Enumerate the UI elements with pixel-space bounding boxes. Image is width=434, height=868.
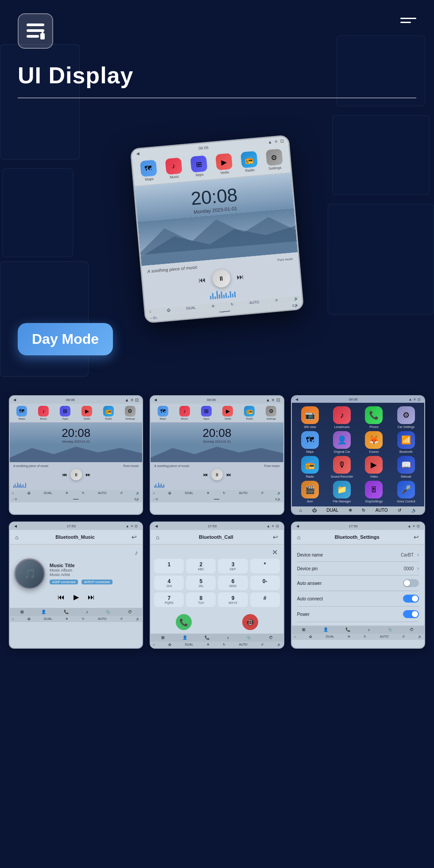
bt-music-note-icon: ♪ (14, 549, 138, 556)
end-call-button[interactable]: 📵 (242, 614, 258, 630)
bt-play-button[interactable]: ▶ (74, 593, 79, 601)
card2-nav-settings[interactable]: ⚙ Settings (261, 406, 281, 420)
app-manual[interactable]: 📖 Manual (391, 456, 421, 478)
dial-5[interactable]: 5JKL (186, 576, 216, 590)
app-radio[interactable]: 📻 Radio (295, 456, 325, 478)
card2-music: A soothing piece of music Pure music ⏮ ⏸… (151, 462, 283, 490)
dial-8[interactable]: 8TUV (186, 592, 216, 607)
dial-0[interactable]: 0- (250, 576, 280, 590)
app-video[interactable]: ▶ Video (359, 456, 388, 478)
card1-waveform (13, 482, 139, 488)
card2-nav-maps[interactable]: 🗺 Maps (153, 406, 173, 420)
power-toggle[interactable] (403, 610, 419, 618)
pause-button[interactable]: ⏸ (212, 269, 231, 288)
card2-nav-music[interactable]: ♪ Music (174, 406, 194, 420)
app-kuwoo[interactable]: 🦊 Kuwoo (359, 431, 388, 453)
bt-settings-home-icon[interactable]: ⌂ (297, 534, 301, 541)
svg-rect-4 (42, 32, 43, 34)
nav-settings[interactable]: ⚙ Settings (263, 148, 286, 171)
day-mode-badge: Day Mode (18, 323, 113, 355)
card1-next[interactable]: ⏭ (85, 472, 90, 477)
next-button[interactable]: ⏭ (236, 272, 244, 281)
setting-power: Power (297, 607, 419, 622)
dial-star[interactable]: * (250, 559, 280, 573)
card1-nav-vedio[interactable]: ▶ Vedio (77, 406, 97, 420)
card2-nav-radio[interactable]: 📻 Radio (240, 406, 260, 420)
nav-apps[interactable]: ⊞ Apps (187, 155, 211, 178)
card1-nav-settings[interactable]: ⚙ Settings (120, 406, 140, 420)
bt-call-back[interactable]: ↩ (273, 533, 278, 541)
bt-call-topbar: ◀ 17:53 ▲≡⊡ (151, 522, 283, 530)
card1-music: A soothing piece of music Pure music ⏮ ⏸… (10, 462, 142, 490)
bt-music-back[interactable]: ↩ (132, 533, 137, 541)
nav-vedio[interactable]: ▶ Vedio (212, 153, 236, 175)
dial-1[interactable]: 1 (154, 559, 184, 573)
dial-4[interactable]: 4GHI (154, 576, 184, 590)
card1-prev[interactable]: ⏮ (62, 472, 67, 477)
dialer-close[interactable]: ✕ (154, 548, 279, 557)
card2-prev[interactable]: ⏮ (203, 472, 208, 477)
bt-call-bottom: ⊞👤📞♪📎⏱ (151, 634, 283, 642)
svg-marker-10 (10, 447, 142, 462)
nav-maps[interactable]: 🗺 Maps (137, 160, 160, 182)
auto-answer-toggle[interactable] (403, 579, 419, 587)
card2-next[interactable]: ⏭ (226, 472, 231, 477)
card1-controls: ⏮ ⏸ ⏭ (13, 467, 139, 482)
card1-nav-maps[interactable]: 🗺 Maps (12, 406, 32, 420)
dial-9[interactable]: 9WXYZ (218, 592, 248, 607)
device-name-chevron[interactable]: › (417, 552, 419, 558)
dial-6[interactable]: 6MNO (218, 576, 248, 590)
dial-hash[interactable]: # (250, 592, 280, 607)
page-title: UI Display (18, 62, 416, 89)
nav-music[interactable]: ♪ Music (162, 157, 186, 180)
svg-rect-1 (27, 29, 44, 32)
card1-nav-music[interactable]: ♪ Music (34, 406, 54, 420)
bt-music-controls: ⏮ ▶ ⏭ (14, 589, 138, 603)
app-voicecontrol[interactable]: 🎤 Voice Control (391, 481, 421, 503)
dial-7[interactable]: 7PQRS (154, 592, 184, 607)
app-carsettings[interactable]: ⚙ Car Settings (391, 406, 421, 428)
card1-pause[interactable]: ⏸ (70, 469, 82, 480)
app-phone[interactable]: 📞 Phone (359, 406, 388, 428)
bt-settings-back[interactable]: ↩ (414, 533, 419, 541)
bt-settings-content: Device name CarBT › Device pin 0000 › (292, 545, 424, 626)
card1-bottom: ⌂⏻DUAL❄↻AUTO↺🔊 (10, 490, 142, 496)
app-maps[interactable]: 🗺 Maps (295, 431, 325, 453)
maps-icon: 🗺 (140, 160, 157, 177)
app-360view[interactable]: 📷 360 view (295, 406, 325, 428)
bt-call-statusbar: ⌂⏻DUAL❄↻AUTO↺🔊 (151, 642, 283, 648)
app-dispsettings[interactable]: 🎚 DispSettings (359, 481, 388, 503)
card2-pause[interactable]: ⏸ (211, 469, 223, 480)
hamburger-menu[interactable] (400, 18, 416, 23)
app-filemanager[interactable]: 📁 File Manager (327, 481, 356, 503)
call-button[interactable]: 📞 (176, 614, 192, 630)
nav-radio[interactable]: 📻 Radio (237, 151, 261, 173)
dial-3[interactable]: 3DEF (218, 559, 248, 573)
bt-next-button[interactable]: ⏭ (88, 593, 95, 601)
card-bt-settings: ◀ 17:53 ▲≡⊡ ⌂ Bluetooth_Settings ↩ Devic… (291, 522, 425, 649)
card-music-1: ◀ 08:06 ▲≡⊡ 🗺 Maps ♪ Music ⊞ Apps ▶ (9, 395, 143, 515)
app-localmusic[interactable]: ♪ Localmusic (327, 406, 356, 428)
card1-nav-apps[interactable]: ⊞ Apps (55, 406, 75, 420)
apps-icon: ⊞ (190, 156, 207, 173)
bt-prev-button[interactable]: ⏮ (58, 593, 65, 601)
bt-music-home-icon[interactable]: ⌂ (15, 534, 19, 541)
card1-topbar: ◀ 08:06 ▲≡⊡ (10, 396, 142, 404)
auto-connect-toggle[interactable] (403, 595, 419, 603)
track-info: Music Title Music Album Music Artist A2D… (50, 563, 138, 585)
card3-bottom: ⌂⏻DUAL❄↻AUTO↺🔊 (292, 506, 424, 514)
grid-row-2: ◀ 17:53 ▲≡⊡ ⌂ Bluetooth_Music ↩ ♪ 🎵 Musi… (9, 522, 425, 649)
bt-call-home-icon[interactable]: ⌂ (156, 534, 159, 541)
card2-nav-apps[interactable]: ⊞ Apps (196, 406, 216, 420)
app-soundrecorder[interactable]: 🎙 Sound Recorder (327, 456, 356, 478)
card1-nav-radio[interactable]: 📻 Radio (99, 406, 119, 420)
bt-dialer: ✕ 1 2ABC 3DEF * 4GHI 5JKL 6MNO 0- 7PQRS … (151, 545, 283, 634)
prev-button[interactable]: ⏮ (198, 276, 206, 284)
app-bluetooth[interactable]: 📶 Bluetooth (391, 431, 421, 453)
setting-device-pin: Device pin 0000 › (297, 562, 419, 576)
dial-2[interactable]: 2ABC (186, 559, 216, 573)
app-originalcar[interactable]: 👤 Original Car (327, 431, 356, 453)
card2-nav-vedio[interactable]: ▶ Vedio (218, 406, 238, 420)
device-pin-chevron[interactable]: › (417, 565, 419, 572)
app-avin[interactable]: 🎬 Avin (295, 481, 325, 503)
